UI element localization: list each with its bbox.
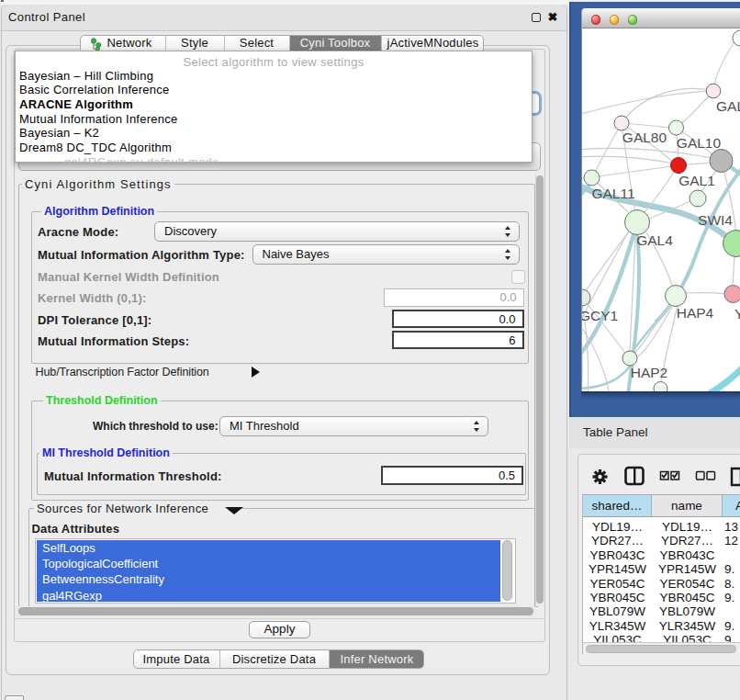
svg-text:HAP2: HAP2	[631, 365, 668, 380]
svg-text:GAL: GAL	[716, 98, 740, 114]
svg-text:GAL4: GAL4	[636, 232, 673, 248]
svg-text:Y: Y	[734, 306, 740, 322]
svg-text:GAL80: GAL80	[622, 130, 667, 145]
svg-text:HAP4: HAP4	[677, 305, 714, 321]
svg-text:GAL11: GAL11	[591, 186, 634, 201]
svg-text:GAL10: GAL10	[677, 135, 722, 151]
svg-text:GAL1: GAL1	[678, 173, 715, 188]
svg-text:SWI4: SWI4	[698, 212, 733, 228]
svg-text:GCY1: GCY1	[582, 308, 618, 323]
